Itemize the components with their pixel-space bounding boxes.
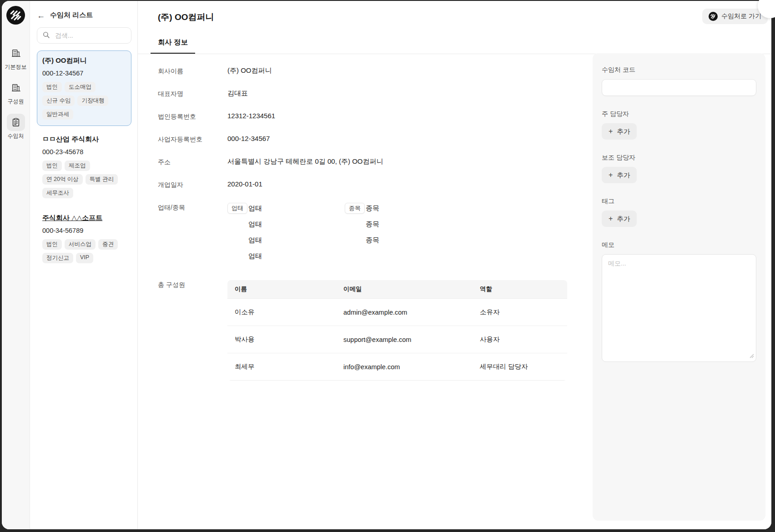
sidebar-item-members[interactable]: 구성원 (7, 79, 25, 105)
table-header-row: 이름 이메일 역할 (227, 280, 567, 299)
add-secondary-manager-button[interactable]: + 추가 (602, 167, 637, 183)
business-line: 업태 (227, 251, 345, 261)
app-logo-icon (709, 12, 718, 21)
plus-icon: + (609, 128, 613, 135)
secondary-manager-section: 보조 담당자 + 추가 (602, 154, 756, 183)
tag-chip: 특별 관리 (86, 174, 118, 185)
plus-icon: + (609, 215, 613, 222)
tag-chip: 일반과세 (42, 109, 73, 120)
members-table: 이름 이메일 역할 이소유 admin@example.com 소유자 박사용 (227, 280, 567, 381)
company-card[interactable]: 주식회사 △△소프트 000-34-56789 법인 서비스업 중견 정기신고 … (37, 208, 131, 270)
column-header: 이름 (227, 280, 336, 299)
field-value: 000-12-34567 (227, 135, 270, 144)
field-label: 업태/종목 (158, 203, 227, 266)
type-value: 업태 (248, 252, 262, 261)
table-row: 박사용 support@example.com 사용자 (227, 326, 567, 353)
memo-section: 메모 (602, 241, 756, 364)
field-row: 대표자명 김대표 (158, 89, 567, 98)
plus-icon: + (609, 171, 613, 179)
field-row: 법인등록번호 12312-1234561 (158, 112, 567, 121)
field-row: 사업자등록번호 000-12-34567 (158, 135, 567, 144)
table-row: 이소유 admin@example.com 소유자 (227, 299, 567, 326)
company-number: 000-23-45678 (42, 148, 126, 156)
tag-chip: 서비스업 (65, 239, 96, 250)
sidebar-item-label: 기본정보 (5, 63, 27, 71)
add-button-label: 추가 (617, 127, 630, 136)
member-name: 이소유 (227, 299, 336, 326)
column-header: 이메일 (336, 280, 473, 299)
type-value: 업태 (248, 220, 262, 229)
field-label: 개업일자 (158, 180, 227, 189)
tag-chip: 중견 (98, 239, 118, 250)
business-line: 종목 (345, 219, 379, 230)
business-columns: 업태 업태 업태 업태 업태 (227, 203, 379, 266)
field-label: 법인등록번호 (158, 112, 227, 121)
main-content: 수임처로 가기 (주) OO컴퍼니 회사 정보 회사이름 (주) OO컴퍼니 대… (138, 1, 771, 529)
add-tag-button[interactable]: + 추가 (602, 211, 637, 227)
field-label: 총 구성원 (158, 280, 227, 381)
item-value: 종목 (366, 220, 379, 229)
field-label: 대표자명 (158, 89, 227, 98)
company-number: 000-34-56789 (42, 227, 126, 234)
sidebar-item-basic-info[interactable]: 기본정보 (5, 45, 27, 71)
go-to-client-button[interactable]: 수임처로 가기 (702, 9, 768, 24)
member-email: info@example.com (336, 353, 473, 381)
business-type-column: 업태 업태 업태 업태 업태 (227, 203, 345, 266)
business-type-row: 업태/종목 업태 업태 업태 업태 (158, 203, 567, 266)
company-tags: 법인 도소매업 신규 수임 기장대행 일반과세 (42, 82, 126, 120)
tag-chip: 기장대행 (77, 95, 108, 106)
member-email: admin@example.com (336, 299, 473, 326)
field-label: 주소 (158, 157, 227, 166)
field-row: 회사이름 (주) OO컴퍼니 (158, 66, 567, 75)
tags-section: 태그 + 추가 (602, 197, 756, 227)
back-arrow-icon[interactable]: ← (37, 11, 45, 20)
member-role: 세무대리 담당자 (473, 353, 567, 381)
add-primary-manager-button[interactable]: + 추가 (602, 123, 637, 140)
tab-company-info[interactable]: 회사 정보 (151, 38, 195, 54)
tag-chip: 법인 (42, 161, 62, 171)
field-value: 김대표 (227, 89, 248, 98)
sidebar-item-label: 구성원 (8, 98, 24, 105)
sidebar-item-label: 수임처 (8, 132, 24, 140)
add-button-label: 추가 (617, 171, 630, 180)
field-label: 회사이름 (158, 66, 227, 75)
add-button-label: 추가 (617, 215, 630, 223)
client-list-sidebar: ← 수임처 리스트 (주) OO컴퍼니 000-12-34567 법인 도소매업… (30, 1, 138, 529)
field-row: 개업일자 2020-01-01 (158, 180, 567, 189)
memo-wrap (602, 254, 756, 364)
company-card[interactable]: ㅁㅁ산업 주식회사 000-23-45678 법인 제조업 연 20억 이상 특… (37, 129, 131, 205)
search-input[interactable] (54, 31, 138, 40)
column-header: 역할 (473, 280, 567, 299)
item-value: 종목 (366, 236, 379, 245)
company-info-fields: 회사이름 (주) OO컴퍼니 대표자명 김대표 법인등록번호 12312-123… (138, 54, 567, 381)
building-icon (7, 45, 25, 62)
tag-chip: 제조업 (65, 161, 90, 171)
company-number: 000-12-34567 (42, 70, 126, 77)
business-line: 업태 업태 (227, 203, 345, 214)
table-row: 최세무 info@example.com 세무대리 담당자 (227, 353, 567, 381)
sidebar-item-clients[interactable]: 수임처 (7, 114, 25, 140)
client-code-input[interactable] (602, 79, 756, 96)
sidebar-header: ← 수임처 리스트 (37, 11, 131, 20)
search-box[interactable] (37, 27, 131, 44)
business-line: 업태 (227, 219, 345, 230)
company-name: ㅁㅁ산업 주식회사 (42, 135, 126, 144)
item-value: 종목 (366, 204, 379, 213)
company-card[interactable]: (주) OO컴퍼니 000-12-34567 법인 도소매업 신규 수임 기장대… (37, 50, 131, 126)
type-value: 업태 (248, 204, 262, 213)
app-window: 기본정보 구성원 수임처 (2, 1, 771, 529)
tag-chip: 연 20억 이상 (42, 174, 83, 185)
member-role: 소유자 (473, 299, 567, 326)
tag-chip: 법인 (42, 82, 62, 92)
client-meta-panel: 수임처 코드 주 담당자 + 추가 보조 담당자 + 추가 태그 + (593, 53, 765, 521)
app-logo-icon (6, 6, 25, 25)
type-badge: 업태 (227, 203, 247, 214)
field-label: 사업자등록번호 (158, 135, 227, 144)
memo-textarea[interactable] (602, 254, 756, 362)
member-name: 최세무 (227, 353, 336, 381)
tag-chip: 법인 (42, 239, 62, 250)
tags-label: 태그 (602, 197, 756, 206)
search-icon (42, 31, 50, 40)
members-row: 총 구성원 이름 이메일 역할 이소유 admin@example.com (158, 280, 567, 381)
tag-chip: 세무조사 (42, 188, 73, 198)
